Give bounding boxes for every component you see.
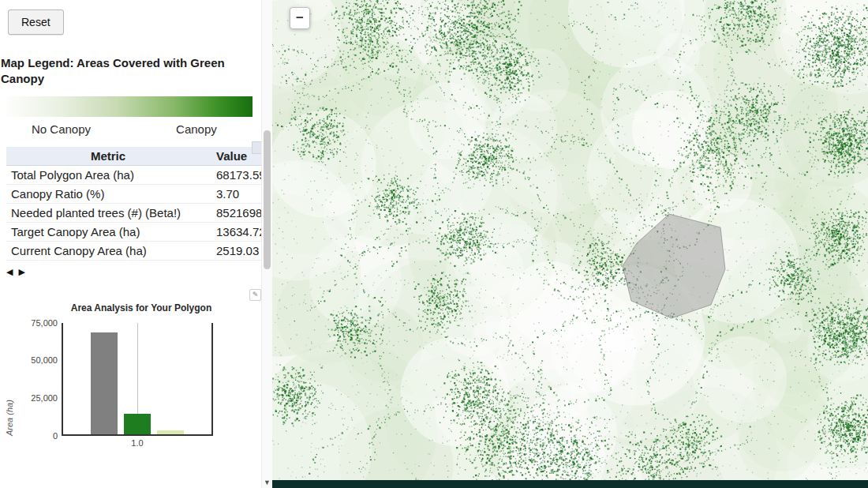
table-row: Target Canopy Area (ha)13634.72: [6, 222, 262, 241]
reset-button[interactable]: Reset: [8, 9, 64, 35]
legend-title: Map Legend: Areas Covered with Green Can…: [1, 55, 244, 87]
chart-y-axis-label: Area (ha): [5, 323, 14, 436]
chart-y-axis: Area (ha) 025,00050,00075,000: [6, 323, 62, 436]
metric-cell: Needed planted trees (#) (Beta!): [6, 203, 210, 222]
legend-labels: No Canopy Canopy: [6, 122, 253, 136]
chart-y-tick-label: 50,000: [31, 355, 58, 365]
scrollbar-down-arrow-icon[interactable]: ▼: [262, 479, 272, 486]
table-pagination: ◀ ▶: [6, 267, 272, 277]
app: Reset Map Legend: Areas Covered with Gre…: [0, 0, 868, 488]
metric-cell: Target Canopy Area (ha): [6, 222, 210, 241]
pagination-prev-button[interactable]: ◀: [6, 267, 13, 276]
value-cell: 68173.59: [210, 165, 262, 184]
value-cell: 3.70: [210, 184, 262, 203]
metrics-table-header-row: Metric Value: [6, 147, 262, 166]
table-row: Total Polygon Area (ha)68173.59: [6, 165, 262, 184]
chart-bar: [124, 414, 151, 434]
metrics-table: Metric Value Total Polygon Area (ha)6817…: [6, 147, 262, 261]
legend-canopy-label: Canopy: [176, 122, 217, 136]
table-row: Current Canopy Area (ha)2519.03: [6, 241, 262, 260]
canopy-map-canvas[interactable]: [272, 0, 868, 488]
chart-x-tick-label: 1.0: [62, 438, 213, 448]
chart-bar: [157, 430, 184, 434]
pagination-next-button[interactable]: ▶: [19, 267, 25, 276]
sidebar: Reset Map Legend: Areas Covered with Gre…: [0, 0, 272, 488]
sidebar-scrollbar[interactable]: ▼: [261, 0, 272, 488]
chart-y-tick-label: 25,000: [31, 393, 58, 403]
table-row: Needed planted trees (#) (Beta!)8521698: [6, 203, 262, 222]
chart-y-tick-label: 75,000: [31, 318, 58, 328]
chart-title: Area Analysis for Your Polygon: [6, 302, 235, 313]
chart-y-tick-label: 0: [53, 431, 58, 441]
value-cell: 2519.03: [210, 241, 262, 260]
map-area[interactable]: −: [272, 0, 868, 488]
chart-edit-icon[interactable]: ✎: [249, 289, 261, 301]
area-analysis-chart: Area Analysis for Your Polygon Area (ha)…: [6, 302, 235, 448]
legend-gradient-bar: [6, 96, 253, 117]
zoom-out-button[interactable]: −: [290, 7, 310, 29]
metric-cell: Current Canopy Area (ha): [6, 241, 210, 260]
table-row: Canopy Ratio (%)3.70: [6, 184, 262, 203]
map-bottom-bar: [272, 480, 868, 488]
value-cell: 8521698: [210, 203, 262, 222]
legend-no-canopy-label: No Canopy: [32, 122, 91, 136]
metric-cell: Canopy Ratio (%): [6, 184, 210, 203]
chart-bar: [91, 332, 118, 434]
chart-plot-area: [62, 323, 213, 436]
value-cell: 13634.72: [210, 222, 262, 241]
scrollbar-thumb[interactable]: [264, 130, 271, 269]
metric-cell: Total Polygon Area (ha): [6, 165, 210, 184]
metric-column-header: Metric: [6, 147, 210, 166]
